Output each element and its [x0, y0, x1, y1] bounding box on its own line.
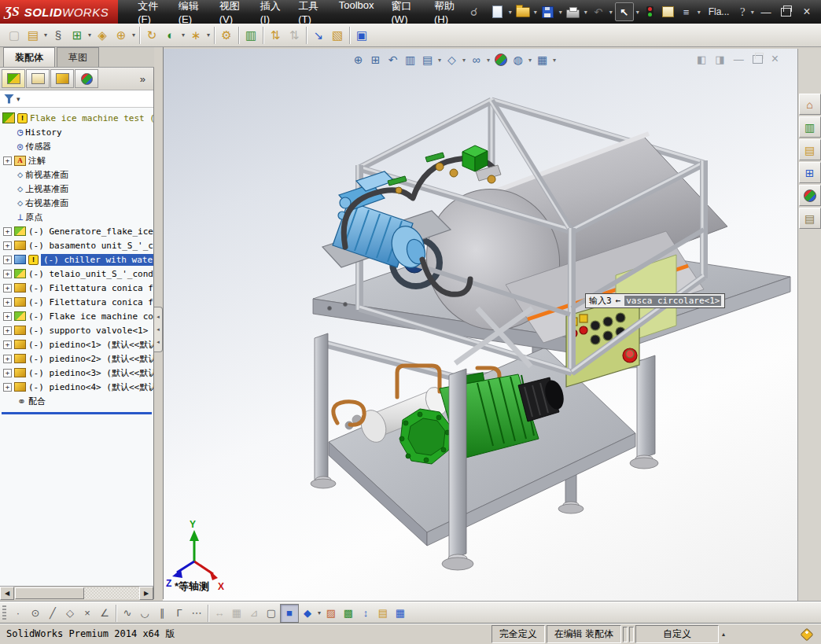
move-caret[interactable]: ▾	[131, 31, 137, 39]
mass-properties-icon[interactable]: ▤	[374, 605, 392, 622]
socket[interactable]	[616, 313, 625, 322]
circle-icon[interactable]: ⊙	[27, 605, 44, 622]
print-caret[interactable]: ▾	[583, 9, 589, 16]
tree-item-supporto[interactable]: + (-) supporto valvole<1> (	[0, 323, 153, 337]
move-component-icon[interactable]: ⊕	[112, 26, 131, 45]
spline-icon[interactable]: ∿	[119, 605, 136, 622]
corner-rectangle-icon[interactable]: Γ	[171, 605, 188, 622]
undo-button[interactable]: ↶	[590, 3, 607, 20]
doc-restore-button[interactable]	[753, 55, 763, 64]
zoom-to-fit-icon[interactable]: ⊕	[350, 52, 366, 68]
measure-icon[interactable]: ↕	[357, 605, 374, 622]
angle-snap-icon[interactable]: ⊿	[245, 605, 263, 622]
tree-item-piedino-2[interactable]: + (-) piedino<2> (默认<<默认	[0, 351, 153, 366]
sketch-relations-icon[interactable]: ∠	[96, 605, 113, 622]
tab-featuremanager-design-tree[interactable]	[2, 69, 25, 88]
features-caret[interactable]: ▾	[205, 31, 212, 39]
custom-properties-icon[interactable]: ▤	[799, 208, 821, 229]
tree-item-piedino-3[interactable]: + (-) piedino<3> (默认<<默认	[0, 366, 153, 380]
tree-item-annotations[interactable]: + A 注解	[0, 153, 153, 167]
scroll-right-arrow[interactable]: ▶	[139, 587, 153, 600]
socket[interactable]	[603, 331, 613, 340]
section-view-bottom-icon[interactable]: ▨	[322, 605, 340, 622]
menu-file[interactable]: 文件(F)	[129, 0, 170, 29]
shaded-with-edges-icon[interactable]: ■	[280, 604, 299, 623]
new-document-button[interactable]	[489, 3, 506, 20]
section-view-icon[interactable]: ▥	[402, 52, 418, 68]
tree-item-top-plane[interactable]: ◇ 上视基准面	[0, 182, 153, 196]
mate-icon[interactable]: §	[49, 26, 68, 45]
tree-item-history[interactable]: ◷ History	[0, 125, 153, 139]
expand-icon[interactable]: +	[3, 312, 12, 321]
splitter-handle[interactable]: ◂◂◂	[154, 307, 163, 352]
view-orientation-cube-icon[interactable]: ◆	[299, 605, 316, 622]
expand-icon[interactable]: +	[3, 383, 12, 392]
save-button[interactable]	[539, 3, 557, 20]
display-caret[interactable]: ▾	[316, 609, 322, 616]
menu-help[interactable]: 帮助(H)	[425, 0, 467, 29]
menu-tools[interactable]: 工具(T)	[289, 0, 330, 29]
panel-overflow-chevron[interactable]: »	[140, 73, 145, 85]
edit-appearance-icon[interactable]	[492, 52, 509, 68]
select-caret[interactable]: ▾	[635, 9, 641, 16]
new-caret[interactable]: ▾	[507, 9, 514, 16]
electrical-box[interactable]	[462, 145, 488, 171]
polygon-icon[interactable]: ◇	[61, 605, 79, 622]
zoom-to-area-icon[interactable]: ⊞	[367, 52, 384, 68]
insert-component-icon[interactable]: ▢	[5, 26, 24, 45]
previous-view-icon[interactable]: ↶	[385, 52, 401, 68]
view-palette-icon[interactable]: ⊞	[799, 162, 821, 183]
grid-snap-icon[interactable]: ▦	[228, 605, 245, 622]
line-icon[interactable]: ╱	[44, 605, 61, 622]
custom-cell[interactable]: 自定义	[635, 625, 719, 643]
trim-entities-icon[interactable]: ×	[79, 605, 96, 622]
split-pane-left-icon[interactable]: ◧	[697, 53, 706, 65]
tree-item-front-plane[interactable]: ◇ 前视基准面	[0, 167, 153, 182]
hide-show-caret[interactable]: ▾	[485, 57, 491, 64]
tree-item-basamento[interactable]: + (-) basamento unit_S_'_co	[0, 238, 153, 252]
smart-fasteners-icon[interactable]: ◈	[93, 26, 112, 45]
tab-assembly[interactable]: 装配体	[3, 47, 55, 67]
solidworks-resources-icon[interactable]: ⌂	[799, 94, 821, 115]
menu-view[interactable]: 视图(V)	[211, 0, 252, 29]
search-icon[interactable]: ☌	[467, 3, 481, 20]
expand-icon[interactable]: +	[3, 156, 12, 165]
filter-caret[interactable]: ▾	[17, 95, 20, 103]
expand-icon[interactable]: +	[3, 227, 12, 236]
apply-scene-caret[interactable]: ▾	[527, 57, 533, 64]
scroll-thumb[interactable]	[15, 587, 84, 599]
show-hidden-caret[interactable]: ▾	[180, 31, 186, 39]
menu-toolbox[interactable]: Toolbox	[330, 0, 383, 29]
file-explorer-icon[interactable]: ▤	[799, 139, 821, 160]
model-canvas[interactable]: Y X Z	[163, 49, 797, 602]
sketch-fillet-icon[interactable]: ◡	[136, 605, 153, 622]
select-button[interactable]: ↖	[615, 2, 634, 21]
tree-item-filettatura-2[interactable]: + (-) Filettatura conica fer	[0, 295, 153, 309]
tree-item-assembly-root[interactable]: ! Flake ice machine test (	[0, 111, 153, 125]
custom-caret[interactable]: ▴	[722, 631, 725, 638]
doc-minimize-button[interactable]: —	[734, 53, 744, 65]
view-settings-icon[interactable]: ▦	[534, 52, 550, 68]
linear-component-pattern-icon[interactable]: ⊞	[68, 26, 87, 45]
point-icon[interactable]: ·	[9, 605, 27, 622]
smart-dimension-icon[interactable]: ↔	[211, 605, 228, 622]
print-button[interactable]	[565, 3, 582, 20]
tree-item-piedino-1[interactable]: + (-) piedino<1> (默认<<默认	[0, 337, 153, 351]
save-caret[interactable]: ▾	[558, 9, 564, 16]
expand-icon[interactable]: +	[3, 284, 12, 293]
help-button[interactable]: ?	[735, 3, 749, 20]
yellow-switch[interactable]	[580, 315, 587, 322]
undo-caret[interactable]: ▾	[608, 9, 614, 16]
expand-icon[interactable]: +	[3, 270, 12, 278]
view-orientation-icon[interactable]: ▤	[419, 52, 436, 68]
panel-splitter[interactable]: ◂◂◂	[154, 47, 164, 599]
minimize-button[interactable]: —	[758, 5, 774, 19]
menu-edit[interactable]: 编辑(E)	[170, 0, 211, 29]
pattern-caret[interactable]: ▾	[87, 31, 93, 39]
mirror-entities-icon[interactable]: ∥	[153, 605, 171, 622]
open-part-caret[interactable]: ▾	[42, 31, 49, 39]
expand-icon[interactable]: +	[3, 298, 12, 307]
socket[interactable]	[591, 335, 600, 344]
expand-icon[interactable]: +	[3, 355, 12, 363]
help-caret[interactable]: ▾	[749, 9, 755, 16]
